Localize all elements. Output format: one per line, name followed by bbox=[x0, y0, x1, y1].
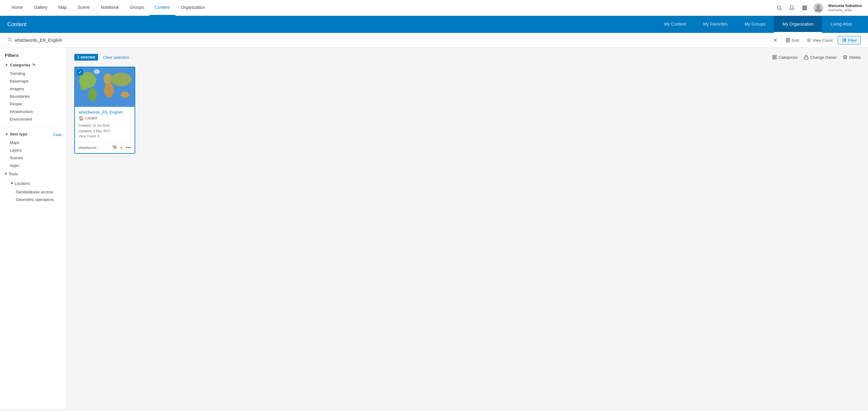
content-header: Content My Content My Favorites My Group… bbox=[0, 16, 868, 33]
nav-links: Home Gallery Map Scene Notebook Groups C… bbox=[6, 0, 775, 16]
category-infrastructure[interactable]: Infrastructure bbox=[0, 108, 67, 116]
svg-point-24 bbox=[845, 39, 846, 39]
grid-item-viewcount: View Count: 0 bbox=[79, 134, 131, 139]
svg-rect-4 bbox=[806, 6, 807, 7]
svg-point-36 bbox=[103, 73, 112, 84]
tab-my-content[interactable]: My Content bbox=[656, 16, 695, 33]
item-type-clear-link[interactable]: Clear bbox=[53, 133, 62, 137]
svg-rect-30 bbox=[775, 58, 776, 59]
type-maps[interactable]: Maps bbox=[0, 139, 67, 147]
svg-rect-42 bbox=[115, 146, 116, 147]
type-geometric-ops[interactable]: Geometric operations bbox=[0, 196, 67, 203]
locator-icon: 🏠 bbox=[79, 116, 84, 121]
more-options-icon[interactable]: ••• bbox=[126, 145, 131, 150]
user-username: manuela_w3w bbox=[828, 8, 862, 12]
svg-rect-16 bbox=[786, 40, 787, 42]
svg-rect-31 bbox=[804, 57, 808, 59]
grid-item-title[interactable]: what3words_EN_English bbox=[79, 110, 131, 115]
svg-rect-3 bbox=[804, 6, 805, 7]
category-imagery[interactable]: Imagery bbox=[0, 85, 67, 93]
delete-label: Delete bbox=[849, 55, 861, 60]
svg-rect-14 bbox=[786, 38, 787, 40]
tab-my-favorites[interactable]: My Favorites bbox=[695, 16, 736, 33]
grid-item[interactable]: ✓ what3words_EN_English 🏠 Locator Create… bbox=[74, 67, 135, 154]
type-geodatabase[interactable]: Geodatabase access bbox=[0, 188, 67, 196]
svg-rect-6 bbox=[804, 7, 805, 8]
svg-point-40 bbox=[94, 69, 100, 74]
change-owner-label: Change Owner bbox=[810, 55, 837, 60]
search-button[interactable] bbox=[775, 4, 783, 12]
type-locators[interactable]: Locators bbox=[0, 179, 67, 188]
user-avatar[interactable] bbox=[813, 3, 823, 13]
svg-point-0 bbox=[777, 6, 781, 9]
filter-button[interactable]: Filter bbox=[838, 36, 861, 44]
search-input[interactable] bbox=[14, 38, 769, 43]
content-area: 1 selected Clear selection Categorize Ch… bbox=[67, 48, 868, 409]
nav-home[interactable]: Home bbox=[6, 0, 28, 16]
nav-scene[interactable]: Scene bbox=[72, 0, 95, 16]
type-apps[interactable]: Apps bbox=[0, 162, 67, 169]
nav-notebook[interactable]: Notebook bbox=[95, 0, 125, 16]
nav-content[interactable]: Content bbox=[150, 0, 176, 16]
nav-right: Manuela Sabatino manuela_w3w bbox=[775, 3, 862, 13]
svg-point-26 bbox=[845, 41, 846, 42]
user-info: Manuela Sabatino manuela_w3w bbox=[828, 3, 862, 12]
filters-title: Filters bbox=[0, 53, 67, 62]
world-map bbox=[75, 67, 135, 107]
type-scenes[interactable]: Scenes bbox=[0, 154, 67, 162]
category-boundaries[interactable]: Boundaries bbox=[0, 93, 67, 100]
tab-living-atlas[interactable]: Living Atlas bbox=[822, 16, 861, 33]
grid-item-created: Created: 12 Jul 2016 bbox=[79, 123, 131, 128]
grid-item-meta: Created: 12 Jul 2016 Updated: 3 May 2017… bbox=[79, 123, 131, 139]
category-people[interactable]: People bbox=[0, 100, 67, 108]
share-icon[interactable] bbox=[113, 145, 117, 150]
delete-button[interactable]: Delete bbox=[843, 55, 861, 60]
categories-label: Categories bbox=[10, 63, 30, 67]
section-divider bbox=[0, 127, 67, 127]
item-type-toggle[interactable]: ▼ Item type bbox=[0, 131, 53, 139]
svg-point-25 bbox=[845, 40, 846, 41]
tab-my-organization[interactable]: My Organization bbox=[774, 16, 822, 33]
search-input-wrap: ✕ bbox=[7, 36, 779, 44]
svg-rect-43 bbox=[115, 148, 116, 149]
svg-rect-41 bbox=[113, 146, 114, 147]
svg-rect-28 bbox=[775, 55, 776, 57]
view-count-button[interactable]: View Count bbox=[804, 36, 835, 44]
item-checkbox[interactable]: ✓ bbox=[77, 69, 83, 75]
category-trending[interactable]: Trending bbox=[0, 70, 67, 77]
type-tools[interactable]: Tools bbox=[0, 169, 67, 179]
filter-label: Filter bbox=[848, 38, 857, 43]
categorize-button[interactable]: Categorize bbox=[772, 55, 798, 60]
grid-view-button[interactable]: Grid bbox=[783, 36, 802, 44]
search-clear-button[interactable]: ✕ bbox=[771, 36, 779, 44]
user-name: Manuela Sabatino bbox=[828, 3, 862, 8]
nav-organization[interactable]: Organization bbox=[176, 0, 211, 16]
svg-point-12 bbox=[8, 38, 11, 41]
grid-item-updated: Updated: 3 May 2017 bbox=[79, 128, 131, 134]
main-layout: Filters ▼ Categories ✎ Trending Basemaps… bbox=[0, 48, 868, 409]
grid-container: ✓ what3words_EN_English 🏠 Locator Create… bbox=[74, 67, 861, 154]
clear-selection-link[interactable]: Clear selection bbox=[103, 55, 129, 60]
action-buttons: Categorize Change Owner Delete bbox=[772, 55, 861, 60]
favorite-star-icon[interactable]: ★ bbox=[119, 145, 123, 151]
grid-item-type-row: 🏠 Locator bbox=[79, 116, 131, 121]
category-basemaps[interactable]: Basemaps bbox=[0, 77, 67, 85]
apps-button[interactable] bbox=[801, 4, 809, 12]
svg-rect-29 bbox=[773, 58, 774, 59]
categorize-label: Categorize bbox=[778, 55, 798, 60]
nav-map[interactable]: Map bbox=[53, 0, 72, 16]
tab-my-groups[interactable]: My Groups bbox=[736, 16, 774, 33]
svg-rect-7 bbox=[806, 7, 807, 8]
change-owner-button[interactable]: Change Owner bbox=[804, 55, 837, 60]
category-environment[interactable]: Environment bbox=[0, 116, 67, 123]
nav-groups[interactable]: Groups bbox=[125, 0, 150, 16]
sidebar: Filters ▼ Categories ✎ Trending Basemaps… bbox=[0, 48, 67, 409]
search-bar: ✕ Grid View Count Filter bbox=[0, 33, 868, 48]
categories-toggle[interactable]: ▼ Categories ✎ bbox=[0, 62, 40, 70]
grid-item-body: what3words_EN_English 🏠 Locator Created:… bbox=[75, 107, 135, 142]
svg-rect-17 bbox=[788, 40, 790, 42]
notifications-button[interactable] bbox=[788, 4, 796, 12]
type-layers[interactable]: Layers bbox=[0, 147, 67, 154]
categories-edit-icon[interactable]: ✎ bbox=[32, 63, 36, 67]
nav-gallery[interactable]: Gallery bbox=[28, 0, 53, 16]
